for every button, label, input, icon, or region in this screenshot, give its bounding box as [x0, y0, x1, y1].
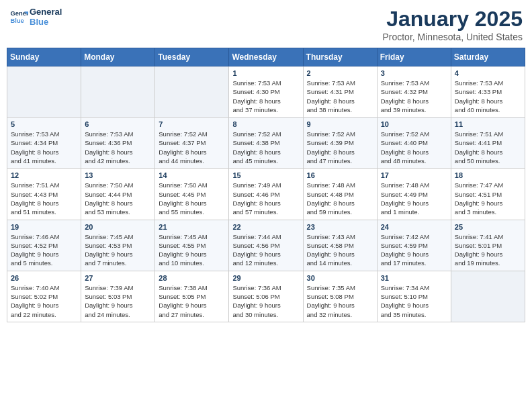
day-info: Sunrise: 7:42 AM Sunset: 4:59 PM Dayligh…	[381, 232, 447, 268]
calendar-cell: 18Sunrise: 7:47 AM Sunset: 4:51 PM Dayli…	[451, 169, 525, 220]
weekday-header-wednesday: Wednesday	[229, 48, 303, 66]
day-info: Sunrise: 7:49 AM Sunset: 4:46 PM Dayligh…	[232, 181, 299, 216]
day-number: 10	[381, 120, 447, 128]
day-number: 25	[455, 223, 521, 231]
calendar-cell: 23Sunrise: 7:43 AM Sunset: 4:58 PM Dayli…	[303, 220, 377, 271]
calendar-cell	[7, 66, 81, 118]
calendar-cell: 13Sunrise: 7:50 AM Sunset: 4:44 PM Dayli…	[81, 169, 155, 220]
day-number: 8	[232, 120, 299, 128]
week-row-2: 5Sunrise: 7:53 AM Sunset: 4:34 PM Daylig…	[7, 118, 525, 169]
day-info: Sunrise: 7:36 AM Sunset: 5:06 PM Dayligh…	[232, 283, 299, 319]
day-info: Sunrise: 7:53 AM Sunset: 4:34 PM Dayligh…	[11, 130, 77, 165]
day-number: 22	[232, 223, 299, 231]
calendar-cell: 7Sunrise: 7:52 AM Sunset: 4:37 PM Daylig…	[155, 118, 229, 169]
day-info: Sunrise: 7:46 AM Sunset: 4:52 PM Dayligh…	[11, 232, 77, 268]
calendar-cell: 9Sunrise: 7:52 AM Sunset: 4:39 PM Daylig…	[303, 118, 377, 169]
page-header: General Blue General Blue January 2025 P…	[7, 7, 525, 42]
svg-text:General: General	[11, 10, 28, 17]
title-block: January 2025 Proctor, Minnesota, United …	[382, 7, 523, 42]
day-number: 3	[381, 69, 447, 77]
day-info: Sunrise: 7:51 AM Sunset: 4:41 PM Dayligh…	[455, 130, 521, 165]
day-info: Sunrise: 7:51 AM Sunset: 4:43 PM Dayligh…	[11, 181, 77, 216]
calendar-cell: 1Sunrise: 7:53 AM Sunset: 4:30 PM Daylig…	[229, 66, 303, 118]
day-info: Sunrise: 7:53 AM Sunset: 4:30 PM Dayligh…	[232, 79, 299, 114]
day-info: Sunrise: 7:45 AM Sunset: 4:53 PM Dayligh…	[85, 232, 151, 268]
calendar-cell: 25Sunrise: 7:41 AM Sunset: 5:01 PM Dayli…	[451, 220, 525, 271]
day-info: Sunrise: 7:53 AM Sunset: 4:31 PM Dayligh…	[307, 79, 373, 114]
day-number: 18	[455, 171, 521, 179]
calendar-cell: 16Sunrise: 7:48 AM Sunset: 4:48 PM Dayli…	[303, 169, 377, 220]
month-title: January 2025	[382, 7, 523, 32]
day-info: Sunrise: 7:39 AM Sunset: 5:03 PM Dayligh…	[85, 283, 151, 319]
calendar-cell: 21Sunrise: 7:45 AM Sunset: 4:55 PM Dayli…	[155, 220, 229, 271]
day-number: 29	[232, 274, 299, 282]
day-info: Sunrise: 7:34 AM Sunset: 5:10 PM Dayligh…	[381, 283, 447, 319]
calendar-cell: 24Sunrise: 7:42 AM Sunset: 4:59 PM Dayli…	[377, 220, 451, 271]
calendar-table: SundayMondayTuesdayWednesdayThursdayFrid…	[7, 48, 525, 322]
weekday-header-monday: Monday	[81, 48, 155, 66]
day-number: 2	[307, 69, 373, 77]
day-number: 17	[381, 171, 447, 179]
logo: General Blue General Blue	[9, 7, 62, 27]
day-number: 9	[307, 120, 373, 128]
day-number: 21	[159, 223, 225, 231]
day-number: 6	[85, 120, 151, 128]
logo-icon: General Blue	[9, 7, 28, 26]
calendar-cell: 12Sunrise: 7:51 AM Sunset: 4:43 PM Dayli…	[7, 169, 81, 220]
day-number: 30	[307, 274, 373, 282]
calendar-cell	[155, 66, 229, 118]
location-text: Proctor, Minnesota, United States	[382, 32, 523, 42]
day-info: Sunrise: 7:38 AM Sunset: 5:05 PM Dayligh…	[159, 283, 225, 319]
day-info: Sunrise: 7:43 AM Sunset: 4:58 PM Dayligh…	[307, 232, 373, 268]
calendar-cell: 30Sunrise: 7:35 AM Sunset: 5:08 PM Dayli…	[303, 271, 377, 322]
day-number: 7	[159, 120, 225, 128]
day-number: 13	[85, 171, 151, 179]
day-info: Sunrise: 7:47 AM Sunset: 4:51 PM Dayligh…	[455, 181, 521, 216]
day-number: 12	[11, 171, 77, 179]
calendar-cell: 4Sunrise: 7:53 AM Sunset: 4:33 PM Daylig…	[451, 66, 525, 118]
calendar-cell: 17Sunrise: 7:48 AM Sunset: 4:49 PM Dayli…	[377, 169, 451, 220]
day-info: Sunrise: 7:52 AM Sunset: 4:40 PM Dayligh…	[381, 130, 447, 165]
day-number: 27	[85, 274, 151, 282]
logo-text-line1: General	[30, 7, 62, 17]
day-number: 19	[11, 223, 77, 231]
day-info: Sunrise: 7:53 AM Sunset: 4:36 PM Dayligh…	[85, 130, 151, 165]
day-number: 14	[159, 171, 225, 179]
day-info: Sunrise: 7:40 AM Sunset: 5:02 PM Dayligh…	[11, 283, 77, 319]
day-info: Sunrise: 7:48 AM Sunset: 4:49 PM Dayligh…	[381, 181, 447, 216]
calendar-cell: 31Sunrise: 7:34 AM Sunset: 5:10 PM Dayli…	[377, 271, 451, 322]
day-info: Sunrise: 7:53 AM Sunset: 4:33 PM Dayligh…	[455, 79, 521, 114]
week-row-1: 1Sunrise: 7:53 AM Sunset: 4:30 PM Daylig…	[7, 66, 525, 118]
day-number: 5	[11, 120, 77, 128]
calendar-cell	[451, 271, 525, 322]
weekday-header-row: SundayMondayTuesdayWednesdayThursdayFrid…	[7, 48, 525, 66]
day-number: 23	[307, 223, 373, 231]
calendar-cell: 3Sunrise: 7:53 AM Sunset: 4:32 PM Daylig…	[377, 66, 451, 118]
week-row-5: 26Sunrise: 7:40 AM Sunset: 5:02 PM Dayli…	[7, 271, 525, 322]
calendar-cell: 15Sunrise: 7:49 AM Sunset: 4:46 PM Dayli…	[229, 169, 303, 220]
day-info: Sunrise: 7:52 AM Sunset: 4:39 PM Dayligh…	[307, 130, 373, 165]
svg-text:Blue: Blue	[11, 17, 24, 24]
day-info: Sunrise: 7:35 AM Sunset: 5:08 PM Dayligh…	[307, 283, 373, 319]
day-info: Sunrise: 7:50 AM Sunset: 4:45 PM Dayligh…	[159, 181, 225, 216]
day-number: 24	[381, 223, 447, 231]
week-row-3: 12Sunrise: 7:51 AM Sunset: 4:43 PM Dayli…	[7, 169, 525, 220]
calendar-cell: 5Sunrise: 7:53 AM Sunset: 4:34 PM Daylig…	[7, 118, 81, 169]
calendar-cell: 14Sunrise: 7:50 AM Sunset: 4:45 PM Dayli…	[155, 169, 229, 220]
week-row-4: 19Sunrise: 7:46 AM Sunset: 4:52 PM Dayli…	[7, 220, 525, 271]
day-info: Sunrise: 7:52 AM Sunset: 4:38 PM Dayligh…	[232, 130, 299, 165]
day-number: 28	[159, 274, 225, 282]
day-info: Sunrise: 7:48 AM Sunset: 4:48 PM Dayligh…	[307, 181, 373, 216]
day-number: 31	[381, 274, 447, 282]
calendar-cell: 22Sunrise: 7:44 AM Sunset: 4:56 PM Dayli…	[229, 220, 303, 271]
calendar-cell: 26Sunrise: 7:40 AM Sunset: 5:02 PM Dayli…	[7, 271, 81, 322]
calendar-cell: 20Sunrise: 7:45 AM Sunset: 4:53 PM Dayli…	[81, 220, 155, 271]
day-number: 26	[11, 274, 77, 282]
day-number: 20	[85, 223, 151, 231]
day-number: 1	[232, 69, 299, 77]
day-info: Sunrise: 7:52 AM Sunset: 4:37 PM Dayligh…	[159, 130, 225, 165]
day-info: Sunrise: 7:45 AM Sunset: 4:55 PM Dayligh…	[159, 232, 225, 268]
calendar-cell: 11Sunrise: 7:51 AM Sunset: 4:41 PM Dayli…	[451, 118, 525, 169]
day-number: 11	[455, 120, 521, 128]
calendar-cell	[81, 66, 155, 118]
